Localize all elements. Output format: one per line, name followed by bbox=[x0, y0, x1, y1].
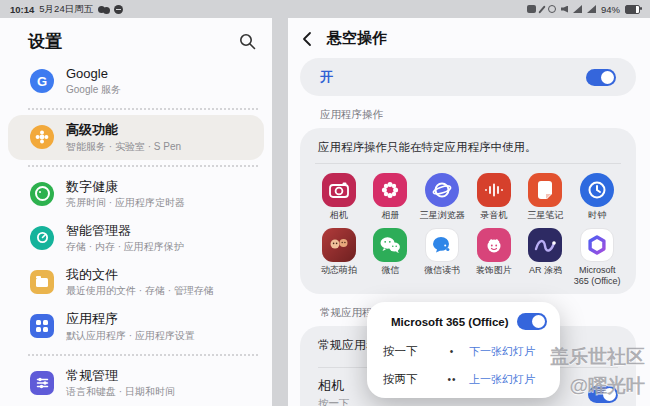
divider bbox=[28, 108, 258, 110]
my-files-icon bbox=[30, 270, 54, 294]
app-label: 动态萌拍 bbox=[321, 265, 357, 276]
item-subtitle: 最近使用的文件 · 存储 · 管理存储 bbox=[66, 284, 214, 297]
app-label: 录音机 bbox=[480, 210, 507, 221]
app-label: 相机 bbox=[330, 210, 348, 221]
gesture-label: 按两下 bbox=[383, 372, 435, 387]
divider bbox=[28, 354, 258, 356]
action-link[interactable]: 上一张幻灯片 bbox=[469, 372, 535, 387]
app-cell-weread[interactable]: 微信读书 bbox=[416, 228, 468, 287]
clock-app-icon bbox=[580, 173, 614, 207]
wechat-app-icon bbox=[373, 228, 407, 262]
sidebar-item-device-care[interactable]: 智能管理器 存储 · 内存 · 应用程序保护 bbox=[0, 216, 272, 260]
app-label: 微信 bbox=[381, 265, 399, 276]
master-switch-label: 开 bbox=[320, 68, 333, 86]
sidebar-item-google[interactable]: G Google Google 服务 bbox=[0, 59, 272, 103]
item-title: 数字健康 bbox=[66, 179, 185, 195]
battery-icon bbox=[625, 5, 640, 14]
item-subtitle: Google 服务 bbox=[66, 83, 121, 96]
ar-doodle-app-icon bbox=[528, 228, 562, 262]
app-label: 时钟 bbox=[588, 210, 606, 221]
app-cell-samsung-internet[interactable]: 三星浏览器 bbox=[416, 173, 468, 221]
bluetooth-icon bbox=[548, 5, 556, 13]
samsung-internet-app-icon bbox=[425, 173, 459, 207]
microsoft-365-app-icon bbox=[580, 228, 614, 262]
sidebar-item-my-files[interactable]: 我的文件 最近使用的文件 · 存储 · 管理存储 bbox=[0, 260, 272, 304]
sidebar-item-apps[interactable]: 应用程序 默认应用程序 · 应用程序设置 bbox=[0, 304, 272, 348]
decorate-pictures-app-icon bbox=[477, 228, 511, 262]
row-subtitle: 按一下 bbox=[318, 397, 350, 406]
app-label: 相册 bbox=[381, 210, 399, 221]
master-switch-card[interactable]: 开 bbox=[300, 58, 636, 96]
popup-toggle[interactable] bbox=[517, 313, 547, 330]
item-title: Google bbox=[66, 66, 121, 82]
divider bbox=[28, 165, 258, 167]
item-title: 智能管理器 bbox=[66, 223, 184, 239]
item-subtitle: 默认应用程序 · 应用程序设置 bbox=[66, 329, 195, 342]
item-title: 高级功能 bbox=[66, 122, 181, 138]
app-label: 三星浏览器 bbox=[420, 210, 465, 221]
app-actions-card: 应用程序操作只能在特定应用程序中使用。 相机 bbox=[300, 128, 636, 294]
master-switch-toggle[interactable] bbox=[586, 69, 616, 86]
sidebar-item-digital-wellbeing[interactable]: 数字健康 亮屏时间 · 应用程序定时器 bbox=[0, 172, 272, 216]
sidebar-item-general-management[interactable]: 常规管理 语言和键盘 · 日期和时间 bbox=[0, 361, 272, 405]
mute-icon bbox=[561, 6, 568, 13]
signal-icon bbox=[587, 5, 596, 13]
app-cell-ar-doodle[interactable]: AR 涂鸦 bbox=[520, 228, 572, 287]
app-grid: 相机 相册 bbox=[313, 173, 623, 286]
item-subtitle: 智能服务 · 实验室 · S Pen bbox=[66, 140, 181, 153]
gesture-dots: •• bbox=[435, 374, 469, 385]
status-date: 5月24日周五 bbox=[39, 3, 93, 16]
do-not-disturb-icon bbox=[114, 5, 123, 14]
app-label: 微信读书 bbox=[424, 265, 460, 276]
app-cell-microsoft-365[interactable]: Microsoft 365 (Office) bbox=[571, 228, 623, 287]
app-cell-wechat[interactable]: 微信 bbox=[365, 228, 417, 287]
app-cell-voice-recorder[interactable]: 录音机 bbox=[468, 173, 520, 221]
section-app-actions: 应用程序操作 bbox=[320, 108, 650, 122]
voice-recorder-app-icon bbox=[477, 173, 511, 207]
weread-app-icon bbox=[425, 228, 459, 262]
google-icon: G bbox=[30, 69, 54, 93]
app-cell-camera[interactable]: 相机 bbox=[313, 173, 365, 221]
app-label: Microsoft 365 (Office) bbox=[571, 265, 623, 287]
back-icon[interactable] bbox=[300, 31, 314, 47]
detail-title: 悬空操作 bbox=[327, 29, 387, 48]
spen-icon bbox=[538, 5, 545, 13]
app-actions-description: 应用程序操作只能在特定应用程序中使用。 bbox=[313, 137, 623, 163]
camera-app-icon bbox=[322, 173, 356, 207]
ar-emoji-app-icon bbox=[322, 228, 356, 262]
popup-app-name: Microsoft 365 (Office) bbox=[391, 316, 509, 328]
app-cell-ar-emoji[interactable]: 动态萌拍 bbox=[313, 228, 365, 287]
general-management-icon bbox=[30, 371, 54, 395]
item-subtitle: 语言和键盘 · 日期和时间 bbox=[66, 385, 175, 398]
popup-row-single-tap: 按一下 • 下一张幻灯片 bbox=[383, 344, 544, 359]
battery-percent: 94% bbox=[601, 4, 620, 15]
gesture-label: 按一下 bbox=[383, 344, 435, 359]
search-icon[interactable] bbox=[239, 33, 256, 50]
sidebar-item-advanced-features[interactable]: 高级功能 智能服务 · 实验室 · S Pen bbox=[8, 115, 264, 159]
watermark: 盖乐世社区 @曜光叶 bbox=[550, 343, 645, 400]
item-subtitle: 存储 · 内存 · 应用程序保护 bbox=[66, 240, 184, 253]
samsung-notes-app-icon bbox=[528, 173, 562, 207]
app-cell-decorate-pictures[interactable]: 装饰图片 bbox=[468, 228, 520, 287]
wifi-icon bbox=[573, 5, 582, 13]
app-label: AR 涂鸦 bbox=[529, 265, 562, 276]
page-title: 设置 bbox=[28, 30, 62, 53]
status-time: 10:14 bbox=[10, 4, 34, 15]
action-link[interactable]: 下一张幻灯片 bbox=[469, 344, 535, 359]
digital-wellbeing-icon bbox=[30, 182, 54, 206]
app-cell-gallery[interactable]: 相册 bbox=[365, 173, 417, 221]
item-title: 我的文件 bbox=[66, 267, 214, 283]
status-bar: 10:14 5月24日周五 94% bbox=[0, 0, 650, 18]
watermark-line2: @曜光叶 bbox=[550, 372, 645, 401]
device-care-icon bbox=[30, 226, 54, 250]
settings-list-panel: 设置 G Google Google 服务 高级功能 智能服务 · 实验室 · … bbox=[0, 18, 272, 406]
apps-icon bbox=[30, 314, 54, 338]
gesture-popup: Microsoft 365 (Office) 按一下 • 下一张幻灯片 按两下 … bbox=[367, 302, 560, 398]
divider bbox=[315, 163, 621, 164]
popup-row-double-tap: 按两下 •• 上一张幻灯片 bbox=[383, 372, 544, 387]
item-title: 应用程序 bbox=[66, 311, 195, 327]
app-cell-clock[interactable]: 时钟 bbox=[571, 173, 623, 221]
item-title: 常规管理 bbox=[66, 368, 175, 384]
advanced-features-icon bbox=[30, 125, 54, 149]
app-cell-samsung-notes[interactable]: 三星笔记 bbox=[520, 173, 572, 221]
